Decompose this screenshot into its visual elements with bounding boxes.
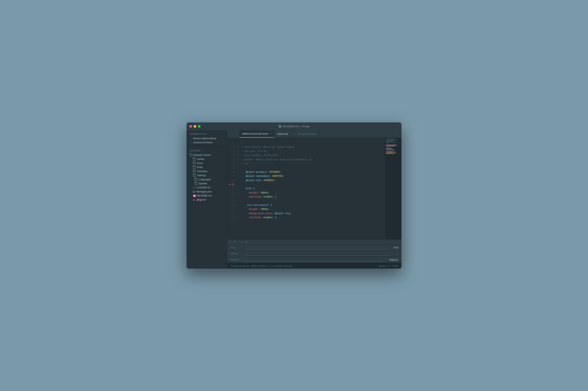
- code-line: background-color: @color-cta;: [240, 211, 385, 216]
- close-icon[interactable]: ✕: [190, 141, 192, 144]
- code-line: * Last update: 30/05/2015: [240, 153, 385, 158]
- where-dots: ...: [396, 252, 398, 255]
- replace-label: Replace:: [230, 258, 243, 261]
- sidebar-folder-settings[interactable]: Settings: [187, 173, 227, 178]
- edit-icon: ✏: [294, 133, 296, 135]
- where-options-button[interactable]: ⋮: [391, 252, 394, 255]
- code-line: /**: [240, 141, 385, 145]
- folder-icon: [193, 166, 196, 169]
- sidebar-folder-assets[interactable]: Assets: [187, 157, 227, 161]
- find-input[interactable]: [245, 246, 387, 250]
- sidebar-folder-icons[interactable]: Icons: [187, 161, 227, 165]
- spaces-indicator: Spaces : 4: [379, 265, 389, 267]
- line-numbers: 1 2 3 4 5 6 7 8 9 10 ●●11 12 13 14 15 16: [227, 138, 237, 239]
- code-line: [240, 166, 385, 170]
- opened-files-title: OPENED FILES: [187, 132, 227, 136]
- code-line: @color-cta: #80CBC4;: [240, 179, 385, 183]
- close-icon[interactable]: ✕: [190, 137, 192, 140]
- sidebar: OPENED FILES ✕ theme.sublime-theme ✕ sch…: [187, 130, 227, 269]
- replace-button[interactable]: Replace: [389, 258, 398, 261]
- tab-close-button[interactable]: ✕: [270, 133, 271, 135]
- titlebar: README.md — Preap: [187, 122, 401, 130]
- find-toolbar: Σ T " ≡ ↻: [227, 240, 401, 245]
- code-line: [240, 183, 385, 187]
- replace-options-button[interactable]: ⋮: [385, 258, 387, 262]
- code-line: [240, 199, 385, 203]
- sidebar-file-theme[interactable]: ✕ theme.sublime-theme: [187, 136, 227, 140]
- code-line: @color-primary: #FF0000;: [240, 170, 385, 174]
- code-editor[interactable]: /** * Description: Material Theme Sample…: [237, 138, 385, 239]
- code-line: * Description: Material Theme Sample.: [240, 145, 385, 149]
- sidebar-file-readme[interactable]: M↓ README.md: [187, 194, 227, 198]
- git-icon: ◆: [193, 199, 195, 201]
- find-bar: Σ T " ≡ ↻ Find: ⋮ Find Where: ⋮ ...: [227, 239, 401, 263]
- tab-bar: ‹ › edited-current-tab-hover ✕ edited-ta…: [227, 130, 401, 138]
- folder-icon: [195, 183, 197, 185]
- minimap-content: [385, 138, 401, 155]
- file-icon: [279, 125, 281, 128]
- sidebar-folder-root[interactable]: Material Theme: [187, 153, 227, 157]
- code-line: overflow: hidden; }: [240, 195, 385, 199]
- text-size-icon[interactable]: T: [234, 240, 236, 244]
- md-icon: M↓: [193, 195, 196, 197]
- syntax-indicator: LESS: [392, 265, 398, 267]
- sidebar-folder-languages[interactable]: Languages: [187, 178, 227, 182]
- folders-title: FOLDERS: [187, 148, 227, 153]
- quote-icon[interactable]: ": [238, 240, 239, 244]
- tab-more-button[interactable]: ⋮: [392, 130, 401, 138]
- minimize-button[interactable]: [194, 125, 196, 128]
- editor-content: 1 2 3 4 5 6 7 8 9 10 ●●11 12 13 14 15 16: [227, 138, 401, 239]
- find-row: Find: ⋮ Find: [227, 245, 401, 251]
- code-line: .mod-hearobanner {: [240, 203, 385, 207]
- status-right: Spaces : 4 LESS: [379, 265, 398, 267]
- refresh-icon[interactable]: ↻: [245, 240, 248, 244]
- editor-area: ‹ › edited-current-tab-hover ✕ edited-ta…: [227, 130, 401, 269]
- app-window: README.md — Preap OPENED FILES ✕ theme.s…: [187, 122, 401, 269]
- status-bar: Comparing against : HEAD, Modified : 1, …: [227, 263, 401, 269]
- traffic-lights: [189, 125, 200, 128]
- folder-open-icon: [190, 154, 193, 156]
- folder-icon: [193, 162, 196, 164]
- folder-open-icon: [193, 174, 196, 177]
- sidebar-folder-prefs[interactable]: Prefs: [187, 165, 227, 169]
- where-label: Where:: [230, 252, 243, 255]
- sigma-icon[interactable]: Σ: [230, 240, 231, 244]
- code-line: * Version: 0.0.1a: [240, 149, 385, 153]
- maximize-button[interactable]: [198, 125, 200, 128]
- list-icon[interactable]: ≡: [241, 240, 243, 244]
- main-content: OPENED FILES ✕ theme.sublime-theme ✕ sch…: [187, 130, 401, 269]
- status-left: Comparing against : HEAD, Modified : 1, …: [230, 265, 292, 267]
- code-line: height: 100vh;: [240, 191, 385, 195]
- tab-prev-button[interactable]: ‹: [227, 130, 233, 138]
- sidebar-folder-schemes[interactable]: Schemes: [187, 169, 227, 173]
- tab-next-button[interactable]: ›: [233, 130, 239, 138]
- close-button[interactable]: [189, 125, 192, 128]
- opened-files-section: OPENED FILES ✕ theme.sublime-theme ✕ sch…: [187, 130, 227, 145]
- sidebar-folder-specific[interactable]: Specific: [187, 182, 227, 186]
- find-label: Find:: [230, 246, 243, 249]
- sidebar-file-license[interactable]: ≡ LICENSE.txt: [187, 186, 227, 190]
- folder-icon: [193, 158, 196, 160]
- tab-default[interactable]: ✏ default-tab-status: [291, 130, 320, 138]
- where-row: Where: ⋮ ...: [227, 251, 401, 257]
- find-options-button[interactable]: ⋮: [389, 246, 392, 249]
- sidebar-file-gitignore[interactable]: ◆ .gitignore: [187, 198, 227, 202]
- code-line: body {: [240, 187, 385, 191]
- txt-icon: ≡: [193, 186, 195, 189]
- code-line: * Author: Mattia Astorino <www.astorinom…: [240, 158, 385, 162]
- code-line: height: 100vh;: [240, 207, 385, 211]
- code-line: @color-secondary: #00FF00;: [240, 174, 385, 178]
- json-icon: {}: [193, 191, 195, 193]
- replace-row: Replace: ⋮ Replace: [227, 257, 401, 263]
- folder-icon: [195, 179, 197, 181]
- sidebar-divider: [187, 147, 227, 147]
- code-line: */ ∨: [240, 162, 385, 166]
- replace-input[interactable]: [245, 258, 382, 262]
- sidebar-file-messages[interactable]: {} messages.json: [187, 190, 227, 194]
- find-button[interactable]: Find: [393, 246, 398, 249]
- window-title: README.md — Preap: [279, 125, 309, 128]
- where-input[interactable]: [245, 252, 389, 256]
- tab-current[interactable]: edited-current-tab-hover ✕: [239, 130, 274, 138]
- sidebar-file-scheme[interactable]: ✕ scheme.tmTheme: [187, 140, 227, 145]
- tab-edited[interactable]: edited-tab: [274, 130, 291, 138]
